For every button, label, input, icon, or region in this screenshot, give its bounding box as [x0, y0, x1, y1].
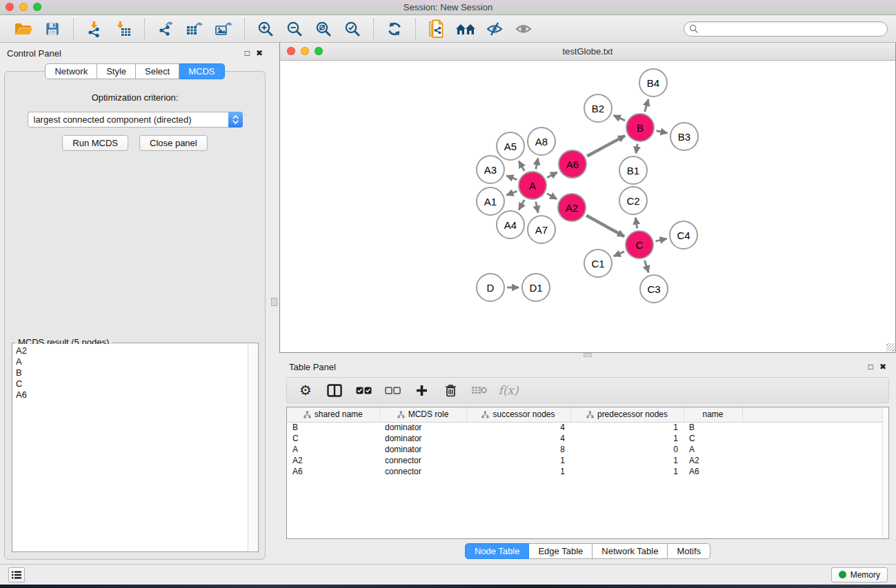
- table-scrollbar[interactable]: [882, 407, 888, 538]
- table-cell[interactable]: 4: [466, 422, 570, 433]
- table-row[interactable]: A2connector11A2: [287, 455, 888, 466]
- export-network-button[interactable]: [153, 18, 178, 40]
- vertical-splitter[interactable]: [270, 43, 279, 564]
- task-history-button[interactable]: [8, 567, 25, 582]
- zoom-selected-button[interactable]: [340, 18, 365, 40]
- add-column-button[interactable]: [410, 380, 433, 401]
- show-graphics-button[interactable]: [511, 18, 536, 40]
- delete-column-button[interactable]: [439, 380, 462, 401]
- edge-A-A4[interactable]: [519, 200, 524, 210]
- column-header-successor-nodes[interactable]: successor nodes: [466, 407, 570, 422]
- column-header-predecessor-nodes[interactable]: predecessor nodes: [570, 407, 684, 422]
- table-cell[interactable]: dominator: [379, 444, 466, 455]
- table-cell[interactable]: connector: [379, 466, 466, 477]
- hide-graphics-button[interactable]: [482, 18, 507, 40]
- graph-node-C3[interactable]: C3: [639, 274, 668, 303]
- splitter-grip[interactable]: [271, 298, 277, 306]
- edge-A-A3[interactable]: [506, 176, 517, 180]
- edge-B-B1[interactable]: [636, 144, 637, 154]
- edge-A6-B[interactable]: [587, 136, 625, 156]
- tab-mcds[interactable]: MCDS: [179, 63, 224, 79]
- run-mcds-button[interactable]: Run MCDS: [62, 135, 128, 151]
- graph-node-C1[interactable]: C1: [584, 249, 613, 278]
- table-row[interactable]: Bdominator41B: [287, 422, 888, 433]
- tab-edge-table[interactable]: Edge Table: [529, 543, 593, 559]
- zoom-in-button[interactable]: [253, 18, 278, 40]
- tab-network[interactable]: Network: [45, 63, 97, 79]
- close-window-button[interactable]: [6, 3, 14, 11]
- graph-node-A3[interactable]: A3: [476, 155, 505, 184]
- deselect-all-button[interactable]: [381, 380, 404, 401]
- minimize-window-button[interactable]: [19, 3, 28, 11]
- result-item[interactable]: A2: [16, 345, 245, 356]
- show-columns-button[interactable]: [323, 380, 346, 401]
- table-cell[interactable]: 1: [570, 422, 684, 433]
- graph-node-A5[interactable]: A5: [496, 132, 525, 161]
- tab-style[interactable]: Style: [97, 63, 136, 79]
- graph-node-B3[interactable]: B3: [670, 122, 699, 151]
- table-cell[interactable]: 1: [570, 433, 684, 444]
- table-cell[interactable]: B: [287, 422, 379, 433]
- search-input[interactable]: [684, 21, 888, 37]
- table-cell[interactable]: 1: [570, 466, 684, 477]
- criterion-dropdown[interactable]: largest connected component (directed): [28, 112, 243, 128]
- tab-node-table[interactable]: Node Table: [465, 543, 530, 559]
- graph-node-A6[interactable]: A6: [558, 150, 587, 179]
- graph-node-B4[interactable]: B4: [639, 68, 668, 97]
- column-header-MCDS-role[interactable]: MCDS role: [379, 407, 466, 422]
- export-table-button[interactable]: [182, 18, 207, 40]
- table-cell[interactable]: 0: [570, 444, 684, 455]
- float-panel-button[interactable]: □: [245, 49, 250, 57]
- table-cell[interactable]: dominator: [379, 422, 466, 433]
- zoom-out-button[interactable]: [282, 18, 307, 40]
- table-cell[interactable]: A: [287, 444, 379, 455]
- result-item[interactable]: A: [16, 356, 245, 367]
- result-item[interactable]: B: [16, 367, 245, 378]
- select-all-button[interactable]: [352, 380, 375, 401]
- graph-node-B[interactable]: B: [626, 113, 655, 142]
- edge-C-C2[interactable]: [635, 218, 637, 228]
- edge-B-B4[interactable]: [645, 99, 648, 112]
- zoom-network-button[interactable]: [315, 47, 323, 55]
- column-header-name[interactable]: name: [684, 407, 742, 422]
- result-item[interactable]: A6: [16, 389, 245, 401]
- refresh-button[interactable]: [382, 18, 407, 40]
- table-cell[interactable]: 1: [570, 455, 684, 466]
- splitter-grip[interactable]: [584, 353, 592, 357]
- delete-table-button[interactable]: [468, 380, 491, 401]
- graph-node-B2[interactable]: B2: [584, 94, 613, 123]
- table-cell[interactable]: A: [684, 444, 742, 455]
- edge-C-C1[interactable]: [614, 252, 624, 256]
- edge-C-C4[interactable]: [655, 239, 666, 241]
- network-window-titlebar[interactable]: testGlobe.txt: [280, 43, 895, 61]
- graph-node-A7[interactable]: A7: [527, 215, 556, 244]
- result-item[interactable]: C: [16, 378, 245, 389]
- graph-node-B1[interactable]: B1: [619, 156, 648, 185]
- graph-node-A[interactable]: A: [518, 171, 547, 200]
- close-network-button[interactable]: [287, 47, 295, 55]
- zoom-window-button[interactable]: [33, 3, 41, 11]
- tab-select[interactable]: Select: [136, 63, 179, 79]
- minimize-network-button[interactable]: [301, 47, 309, 55]
- edge-A2-C[interactable]: [586, 216, 624, 236]
- result-scrollbar[interactable]: [248, 344, 257, 551]
- table-cell[interactable]: 1: [466, 455, 570, 466]
- table-cell[interactable]: 4: [466, 433, 570, 444]
- graph-node-A4[interactable]: A4: [496, 210, 525, 239]
- table-row[interactable]: Cdominator41C: [287, 433, 888, 444]
- home-button[interactable]: [453, 18, 478, 40]
- table-cell[interactable]: 1: [466, 466, 570, 477]
- graph-node-D[interactable]: D: [476, 273, 505, 302]
- import-table-button[interactable]: [111, 18, 136, 40]
- table-settings-button[interactable]: ⚙: [294, 380, 317, 401]
- graph-node-A2[interactable]: A2: [557, 193, 586, 222]
- column-header-shared-name[interactable]: shared name: [287, 407, 379, 422]
- table-row[interactable]: A6connector11A6: [287, 466, 888, 477]
- mcds-result-list[interactable]: A2ABCA6: [13, 344, 248, 551]
- tab-motifs[interactable]: Motifs: [668, 543, 710, 559]
- graph-node-C[interactable]: C: [625, 230, 654, 259]
- table-row[interactable]: Adominator80A: [287, 444, 888, 455]
- import-network-button[interactable]: [82, 18, 107, 40]
- open-button[interactable]: [11, 18, 36, 40]
- table-cell[interactable]: A2: [287, 455, 379, 466]
